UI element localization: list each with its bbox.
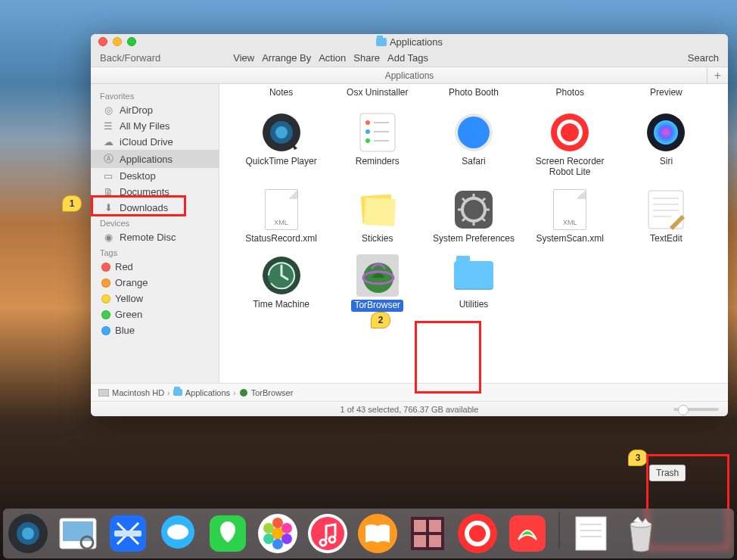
app-system-preferences[interactable]: System Preferences <box>425 188 521 244</box>
app-label[interactable]: Preview <box>618 87 714 98</box>
app-siri[interactable]: Siri <box>618 111 714 178</box>
search-button[interactable]: Search <box>688 52 719 64</box>
svg-point-49 <box>167 524 188 540</box>
desktop-icon: ▭ <box>101 170 115 182</box>
dock-item-itunes[interactable] <box>306 512 350 555</box>
app-label: QuickTime Player <box>245 157 316 167</box>
menu-arrange-by[interactable]: Arrange By <box>262 52 311 64</box>
app-label: TextEdit <box>650 234 683 244</box>
dock-item-photobooth[interactable] <box>406 512 449 555</box>
app-label: StatusRecord.xml <box>245 234 317 244</box>
dock-item-xcode[interactable] <box>106 512 150 555</box>
new-tab-button[interactable]: + <box>707 67 728 83</box>
system-preferences-icon <box>452 188 495 231</box>
finder-window: Applications Back/Forward View Arrange B… <box>91 34 728 416</box>
back-forward-button[interactable]: Back/Forward <box>100 52 160 64</box>
app-label: Utilities <box>459 300 489 310</box>
svg-point-5 <box>365 129 370 134</box>
app-label: Stickies <box>362 234 393 244</box>
app-label: SystemScan.xml <box>536 234 604 244</box>
app-torbrowser[interactable]: TorBrowser <box>329 254 425 312</box>
dock-item-facetime[interactable] <box>206 512 250 555</box>
dock-item-quicktime[interactable] <box>6 512 50 555</box>
sidebar-item-label: Green <box>115 309 142 320</box>
menu-add-tags[interactable]: Add Tags <box>387 52 428 64</box>
app-label: Safari <box>462 157 485 167</box>
xml-file-icon: XML <box>260 188 303 231</box>
sidebar-tag-orange[interactable]: Orange <box>91 275 219 291</box>
trash-tooltip: Trash <box>649 465 686 481</box>
file-systemscan-xml[interactable]: XML SystemScan.xml <box>522 188 618 244</box>
app-label[interactable]: Osx Uninstaller <box>329 87 425 98</box>
dock-item-trash[interactable] <box>619 512 663 555</box>
sidebar-item-all-my-files[interactable]: ☰ All My Files <box>91 118 219 134</box>
dock-item-uninstaller[interactable] <box>505 512 549 555</box>
tag-dot-icon <box>101 263 110 272</box>
titlebar[interactable]: Applications <box>91 34 728 49</box>
svg-point-39 <box>240 389 247 397</box>
sidebar-item-label: Blue <box>115 325 135 336</box>
sidebar-tag-red[interactable]: Red <box>91 259 219 275</box>
app-stickies[interactable]: Stickies <box>329 188 425 244</box>
menu-action[interactable]: Action <box>319 52 346 64</box>
sidebar-tag-green[interactable]: Green <box>91 306 219 322</box>
window-title: Applications <box>91 36 728 48</box>
app-textedit[interactable]: TextEdit <box>618 188 714 244</box>
menu-view[interactable]: View <box>233 52 254 64</box>
sidebar-item-applications[interactable]: Ⓐ Applications <box>91 150 219 168</box>
sidebar-heading-favorites: Favorites <box>91 89 219 102</box>
dock-item-messages[interactable] <box>156 512 200 555</box>
path-crumb-macintosh-hd[interactable]: Macintosh HD <box>98 388 164 397</box>
sidebar-item-airdrop[interactable]: ◎ AirDrop <box>91 102 219 118</box>
time-machine-icon <box>260 254 303 297</box>
sidebar-tag-blue[interactable]: Blue <box>91 322 219 338</box>
path-bar: Macintosh HD › Applications › TorBrowser <box>91 383 728 401</box>
dock-item-screen-recorder[interactable] <box>456 512 499 555</box>
svg-rect-38 <box>98 389 109 397</box>
folder-icon <box>376 38 387 46</box>
file-statusrecord-xml[interactable]: XML StatusRecord.xml <box>233 188 329 244</box>
reminders-icon <box>356 111 399 154</box>
svg-rect-63 <box>414 520 426 532</box>
annotation-3: 3 <box>628 450 648 466</box>
app-label[interactable]: Photo Booth <box>425 87 521 98</box>
dock-separator <box>558 512 560 549</box>
svg-point-55 <box>281 534 292 544</box>
app-label[interactable]: Notes <box>233 87 329 98</box>
app-reminders[interactable]: Reminders <box>329 111 425 178</box>
dock-item-ibooks[interactable] <box>356 512 400 555</box>
svg-point-57 <box>263 534 274 544</box>
screen-recorder-icon <box>549 111 591 154</box>
icon-size-slider[interactable] <box>673 408 719 411</box>
svg-point-16 <box>654 120 678 145</box>
app-quicktime-player[interactable]: QuickTime Player <box>233 111 329 178</box>
svg-point-58 <box>263 523 274 534</box>
tag-dot-icon <box>101 310 110 319</box>
tag-dot-icon <box>101 278 110 288</box>
svg-point-2 <box>275 126 288 138</box>
path-crumb-applications[interactable]: Applications <box>173 388 230 397</box>
app-label[interactable]: Photos <box>522 87 618 98</box>
app-screen-recorder[interactable]: Screen Recorder Robot Lite <box>522 111 618 178</box>
dock-item-photos[interactable] <box>256 512 300 555</box>
sidebar-item-desktop[interactable]: ▭ Desktop <box>91 168 219 184</box>
folder-utilities[interactable]: Utilities <box>425 254 521 312</box>
svg-point-60 <box>311 517 344 550</box>
sidebar-item-label: Orange <box>115 277 148 288</box>
sidebar-heading-tags: Tags <box>91 245 219 259</box>
toolbar: Back/Forward View Arrange By Action Shar… <box>91 49 728 67</box>
sidebar-item-remote-disc[interactable]: ◉ Remote Disc <box>91 229 219 245</box>
app-safari[interactable]: Safari <box>425 111 521 178</box>
dock-item-documents[interactable] <box>569 512 613 555</box>
siri-icon <box>645 111 687 154</box>
tab-label[interactable]: Applications <box>385 70 434 81</box>
menu-share[interactable]: Share <box>353 52 380 64</box>
app-time-machine[interactable]: Time Machine <box>233 254 329 312</box>
path-crumb-torbrowser[interactable]: TorBrowser <box>239 388 294 397</box>
sidebar-item-label: Red <box>115 261 133 272</box>
sidebar-item-icloud-drive[interactable]: ☁ iCloud Drive <box>91 134 219 150</box>
svg-point-56 <box>272 539 283 549</box>
sidebar-tag-yellow[interactable]: Yellow <box>91 291 219 306</box>
dock-item-preview[interactable] <box>56 512 100 555</box>
svg-rect-64 <box>429 520 441 532</box>
